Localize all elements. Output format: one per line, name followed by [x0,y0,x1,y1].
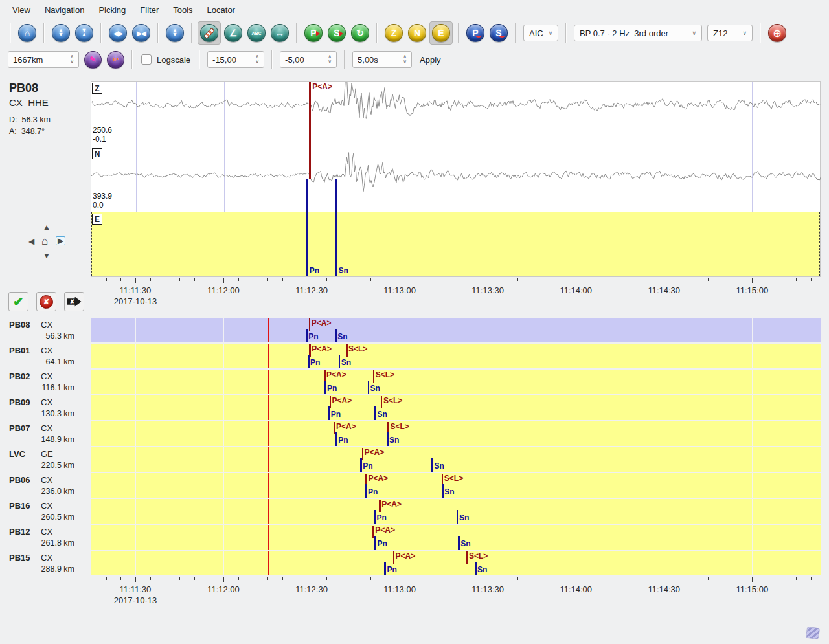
window-length-combo[interactable]: 1667km ∧∨ [8,51,79,68]
menu-navigation[interactable]: Navigation [38,2,91,18]
time-after-spinbox[interactable]: -5,00 ∧∨ [280,51,337,68]
channel-label-z[interactable]: Z [92,83,102,94]
station-trace-area[interactable]: P<A>PnSn [91,499,821,524]
pick-marker-Sn[interactable] [457,510,459,524]
menu-picking[interactable]: Picking [91,2,133,18]
spinner-arrows-icon[interactable]: ∧∨ [255,54,259,64]
nav-right-button[interactable]: ▶ [56,236,65,245]
channel-label-e[interactable]: E [92,214,102,225]
station-trace-area[interactable]: P<A>S<L>PnSn [91,421,821,446]
logscale-checkbox[interactable] [141,54,152,65]
pick-marker-PA[interactable] [379,500,381,512]
spinner-arrows-icon[interactable]: ∧∨ [403,54,407,64]
pick-marker-Pn[interactable] [374,536,376,550]
time-zoom-out-button[interactable]: ◀▶ [109,24,127,42]
pick-marker-Sn[interactable] [475,562,477,575]
component-z-button[interactable]: Z [385,24,403,42]
pick-marker-Pn[interactable] [324,381,326,394]
nav-home-button[interactable]: ⌂ [41,236,48,247]
station-row[interactable]: PB07 CX 148.9 km P<A>S<L>PnSn [0,421,829,446]
apply-button[interactable]: Apply [414,55,446,65]
nav-down-button[interactable]: ▼ [43,252,51,260]
pick-marker-SL[interactable] [346,344,348,357]
channel-label-n[interactable]: N [92,148,102,159]
pick-marker-Sn[interactable] [442,484,444,498]
station-row[interactable]: PB15 CX 288.9 km P<A>S<L>PnSn [0,551,829,575]
ip-tool-button[interactable]: IP [107,51,124,69]
pick-marker-PA[interactable] [362,448,364,460]
component-e-button[interactable]: E [432,24,450,42]
pick-marker-PA[interactable] [309,82,311,179]
skip-next-button[interactable]: ✘ [64,292,84,311]
pick-marker-Sn[interactable] [335,329,337,342]
measure-angle-button[interactable]: ∠ [224,24,242,42]
station-trace-area[interactable]: P<A>S<L>PnSn [91,344,821,368]
pick-marker-Sn[interactable] [335,179,337,276]
nav-left-button[interactable]: ◀ [28,238,34,245]
menu-view[interactable]: View [5,2,38,18]
station-row[interactable]: PB06 CX 236.0 km P<A>S<L>PnSn [0,473,829,498]
relocate-button[interactable]: ⊕ [768,24,786,42]
accept-button[interactable]: ✔ [8,292,28,311]
pick-s-button[interactable]: S [328,24,346,42]
theoretical-s-button[interactable]: S [490,24,508,42]
size-grip[interactable] [806,627,820,640]
pick-marker-Pn[interactable] [365,484,367,498]
pick-marker-Sn[interactable] [458,536,460,550]
station-row[interactable]: PB01 CX 64.1 km P<A>S<L>PnSn [0,344,829,368]
annotate-button[interactable]: ABC [247,24,266,42]
station-trace-area[interactable]: P<A>S<L>PnSn [91,551,821,575]
pick-marker-PA[interactable] [372,526,374,538]
component-n-button[interactable]: N [408,24,426,42]
station-trace-area[interactable]: P<A>PnSn [91,447,821,472]
menu-tools[interactable]: Tools [166,2,199,18]
station-trace-area[interactable]: P<A>PnSn [91,318,821,342]
time-zoom-in-button[interactable]: ▶◀ [132,24,150,42]
pick-marker-Pn[interactable] [335,432,337,446]
default-view-button[interactable]: ⌂ [18,24,36,42]
pick-marker-Sn[interactable] [431,458,433,472]
pick-marker-Pn[interactable] [360,458,362,472]
scale-amplitudes-button[interactable]: ▲ ▼ [166,24,184,42]
station-trace-area[interactable]: P<A>S<L>PnSn [91,395,821,420]
station-trace-area[interactable]: P<A>PnSn [91,525,821,550]
step-spinbox[interactable]: 5,00s ∧∨ [352,51,412,68]
pick-marker-Pn[interactable] [306,179,308,276]
pick-marker-SL[interactable] [373,370,375,383]
orientation-combo[interactable]: Z12 ∨ [707,25,753,41]
pick-marker-PA[interactable] [309,344,311,357]
pick-marker-SL[interactable] [381,396,383,408]
theoretical-p-button[interactable]: P [466,24,484,42]
pick-marker-PA[interactable] [393,551,395,564]
measure-ruler-button[interactable] [200,24,218,42]
picker-algorithm-combo[interactable]: AIC ∨ [523,25,558,41]
station-row[interactable]: LVC GE 220.5 km P<A>PnSn [0,447,829,472]
station-trace-area[interactable]: P<A>S<L>PnSn [91,370,821,394]
amplitude-zoom-in-button[interactable]: ▼ ▲ [75,24,93,42]
pick-pencil-button[interactable]: ✎ [84,51,102,69]
pick-marker-Sn[interactable] [374,406,376,420]
pick-p-button[interactable]: P [304,24,323,42]
pick-marker-Pn[interactable] [374,510,376,524]
reject-button[interactable]: ✘ [36,292,56,311]
station-row[interactable]: PB08 CX 56.3 km P<A>PnSn [0,318,829,342]
pick-marker-Sn[interactable] [368,381,370,394]
time-before-spinbox[interactable]: -15,00 ∧∨ [207,51,264,68]
spinner-arrows-icon[interactable]: ∧∨ [328,54,332,64]
pick-marker-Pn[interactable] [308,355,310,368]
station-row[interactable]: PB02 CX 116.1 km P<A>S<L>PnSn [0,370,829,394]
spinner-arrows-icon[interactable]: ∧∨ [70,54,74,64]
station-trace-area[interactable]: P<A>S<L>PnSn [91,473,821,498]
pick-marker-Pn[interactable] [306,329,308,342]
repick-button[interactable]: ↻ [351,24,369,42]
amplitude-zoom-out-button[interactable]: ▲ ▼ [52,24,70,42]
filter-combo[interactable]: BP 0.7 - 2 Hz 3rd order ∨ [574,25,702,41]
station-row[interactable]: PB16 CX 260.5 km P<A>PnSn [0,499,829,524]
pick-marker-Pn[interactable] [384,562,386,575]
menu-locator[interactable]: Locator [200,2,242,18]
station-row[interactable]: PB09 CX 130.3 km P<A>S<L>PnSn [0,395,829,420]
menu-filter[interactable]: Filter [133,2,166,18]
pick-marker-Sn[interactable] [339,355,341,368]
nav-up-button[interactable]: ▲ [43,223,51,231]
waveform-panel[interactable]: Z N E 250.6 -0.1 393.9 0.0 P<A>PnSn [91,81,821,277]
